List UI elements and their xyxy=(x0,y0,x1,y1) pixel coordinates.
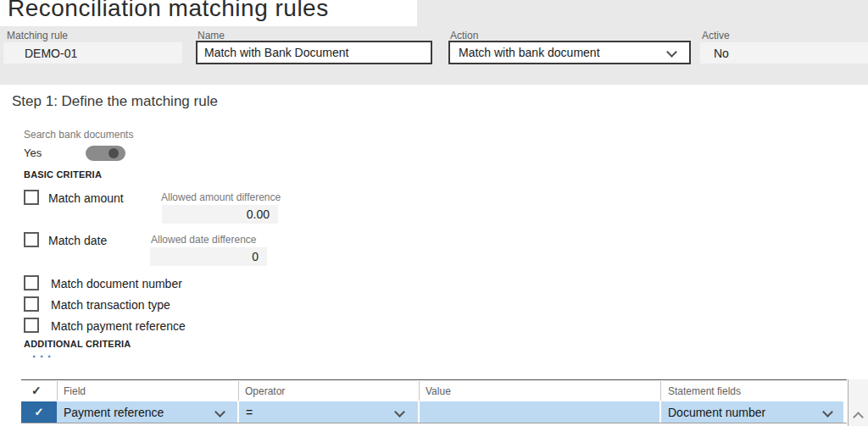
page-title: Reconciliation matching rules xyxy=(8,0,329,22)
row-operator-value[interactable]: = xyxy=(246,406,253,419)
action-label: Action xyxy=(450,30,478,41)
column-divider xyxy=(238,381,239,401)
column-header-value: Value xyxy=(426,385,451,397)
match-document-number-checkbox[interactable] xyxy=(24,275,39,290)
column-header-operator: Operator xyxy=(245,385,285,397)
match-document-number-label: Match document number xyxy=(51,277,182,290)
column-divider xyxy=(419,381,420,401)
reconciliation-matching-rules-page: Reconciliation matching rules Matching r… xyxy=(0,0,868,426)
match-amount-checkbox[interactable] xyxy=(24,190,39,205)
more-options-button[interactable]: ··· xyxy=(32,349,55,363)
match-payment-reference-checkbox[interactable] xyxy=(24,318,39,333)
matching-rule-value: DEMO-01 xyxy=(3,42,182,64)
allowed-date-difference-label: Allowed date difference xyxy=(151,234,257,246)
column-header-statement-fields: Statement fields xyxy=(668,385,741,397)
action-select-value: Match with bank document xyxy=(459,46,600,59)
scroll-up-icon[interactable] xyxy=(853,412,864,423)
row-statement-field-value[interactable]: Document number xyxy=(668,406,765,419)
allowed-amount-difference-value: 0.00 xyxy=(162,205,278,224)
step-heading: Step 1: Define the matching rule xyxy=(12,93,218,110)
column-divider xyxy=(57,381,58,401)
search-toggle-value: Yes xyxy=(24,147,42,159)
match-transaction-type-label: Match transaction type xyxy=(51,298,170,312)
allowed-date-difference-value: 0 xyxy=(150,247,267,266)
match-transaction-type-checkbox[interactable] xyxy=(24,296,39,312)
basic-criteria-heading: BASIC CRITERIA xyxy=(24,169,102,180)
active-value: No xyxy=(700,42,868,64)
name-input[interactable]: Match with Bank Document xyxy=(196,41,432,64)
name-label: Name xyxy=(198,30,225,41)
match-date-label: Match date xyxy=(48,234,107,247)
row-cell-divider xyxy=(237,401,239,423)
matching-rule-label: Matching rule xyxy=(7,30,68,41)
allowed-amount-difference-label: Allowed amount difference xyxy=(161,191,281,203)
row-cell-divider xyxy=(418,401,420,423)
column-divider xyxy=(660,381,661,401)
match-amount-label: Match amount xyxy=(48,191,124,205)
match-payment-reference-label: Match payment reference xyxy=(51,319,186,333)
match-date-checkbox[interactable] xyxy=(24,232,39,247)
header-check-icon: ✓ xyxy=(31,384,42,397)
column-header-field: Field xyxy=(64,385,86,397)
search-toggle-switch[interactable] xyxy=(86,146,125,161)
action-select[interactable]: Match with bank document xyxy=(448,41,691,64)
table-bottom-border xyxy=(21,423,847,423)
row-select-cell[interactable]: ✓ xyxy=(21,401,57,423)
search-bank-documents-label: Search bank documents xyxy=(24,129,133,141)
active-label: Active xyxy=(702,30,730,41)
table-top-border xyxy=(21,379,847,380)
table-scrollbar[interactable] xyxy=(848,379,868,426)
row-field-value[interactable]: Payment reference xyxy=(64,406,164,419)
additional-criteria-heading: ADDITIONAL CRITERIA xyxy=(24,339,131,349)
toggle-knob-icon xyxy=(108,148,119,158)
row-cell-divider xyxy=(659,401,661,423)
row-check-icon: ✓ xyxy=(35,406,44,418)
